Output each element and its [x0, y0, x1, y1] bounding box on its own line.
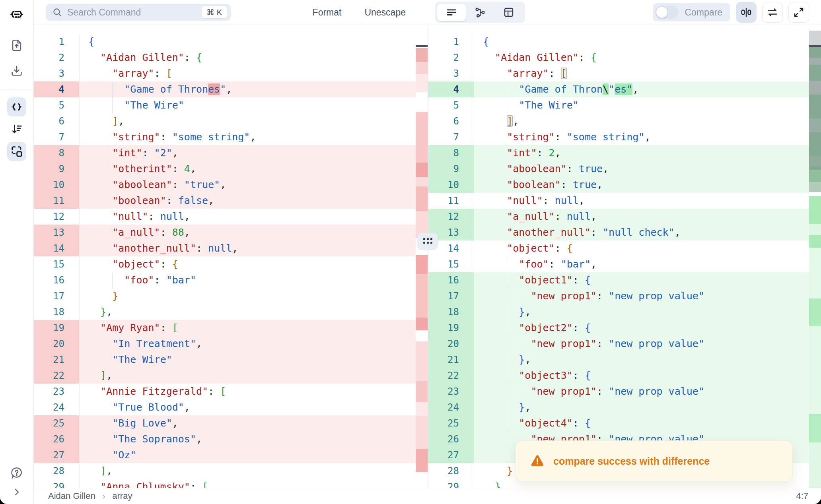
left-code-line[interactable]: 17 }	[34, 288, 428, 304]
left-code-line[interactable]: 20 "In Treatment",	[34, 336, 428, 352]
right-code-line[interactable]: 16 "object1": {	[428, 272, 821, 288]
line-number: 10	[428, 177, 474, 193]
line-number: 7	[428, 129, 474, 145]
split-resize-handle[interactable]	[417, 233, 438, 249]
sort-button[interactable]	[7, 120, 26, 139]
left-code-line[interactable]: 2 "Aidan Gillen": {	[34, 50, 428, 66]
node-graph-icon	[474, 6, 486, 18]
right-code-line[interactable]: 14 "object": {	[428, 240, 821, 256]
left-code-line[interactable]: 1{	[34, 34, 428, 50]
left-code-line[interactable]: 5 "The Wire"	[34, 97, 428, 113]
left-code-line[interactable]: 18 },	[34, 304, 428, 320]
left-code-line[interactable]: 7 "string": "some string",	[34, 129, 428, 145]
line-number: 15	[34, 256, 80, 272]
right-code-line[interactable]: 5 "The Wire"	[428, 97, 821, 113]
left-code-line[interactable]: 11 "boolean": false,	[34, 193, 428, 209]
left-code-line[interactable]: 23 "Annie Fitzgerald": [	[34, 384, 428, 399]
right-code-line[interactable]: 22 "object3": {	[428, 368, 821, 384]
diff-view-button[interactable]	[736, 2, 757, 23]
right-code-line[interactable]: 24 },	[428, 399, 821, 415]
right-code-line[interactable]: 25 "object4": {	[428, 415, 821, 431]
right-code-line[interactable]: 21 },	[428, 352, 821, 368]
left-code-line[interactable]: 24 "True Blood",	[34, 399, 428, 415]
left-code-line[interactable]: 21 "The Wire"	[34, 352, 428, 368]
right-code-line[interactable]: 4 "Game of Thron\"es",	[428, 81, 821, 97]
left-code-line[interactable]: 16 "foo": "bar"	[34, 272, 428, 288]
left-code-line[interactable]: 22 ],	[34, 368, 428, 384]
right-code-line[interactable]: 13 "another_null": "null check",	[428, 225, 821, 240]
breadcrumb-item-array[interactable]: array	[112, 491, 132, 501]
code-content: "Oz"	[80, 447, 428, 463]
left-code-line[interactable]: 4 "Game of Thrones",	[34, 81, 428, 97]
right-code-line[interactable]: 12 "a_null": null,	[428, 209, 821, 225]
left-code-line[interactable]: 10 "aboolean": "true",	[34, 177, 428, 193]
right-code-line[interactable]: 1{	[428, 34, 821, 50]
left-code-line[interactable]: 13 "a_null": 88,	[34, 225, 428, 240]
line-number: 25	[428, 415, 474, 431]
right-code-line[interactable]: 18 },	[428, 304, 821, 320]
right-code-line[interactable]: 11 "null": null,	[428, 193, 821, 209]
right-editor[interactable]: 1{2 "Aidan Gillen": {3 "array": [4 "Game…	[428, 25, 821, 488]
download-icon	[10, 64, 23, 78]
left-code-line[interactable]: 12 "null": null,	[34, 209, 428, 225]
collapse-sidebar-button[interactable]	[7, 483, 26, 502]
fullscreen-button[interactable]	[788, 2, 809, 23]
right-code-line[interactable]: 3 "array": [	[428, 66, 821, 81]
right-code-line[interactable]: 2 "Aidan Gillen": {	[428, 50, 821, 66]
left-code-line[interactable]: 8 "int": "2",	[34, 145, 428, 161]
download-button[interactable]	[7, 61, 26, 80]
breadcrumb-item-root[interactable]: Aidan Gillen	[48, 491, 95, 501]
left-code-line[interactable]: 27 "Oz"	[34, 447, 428, 463]
right-code-line[interactable]: 8 "int": 2,	[428, 145, 821, 161]
right-code-line[interactable]: 10 "boolean": true,	[428, 177, 821, 193]
left-code-line[interactable]: 14 "another_null": null,	[34, 240, 428, 256]
left-code-line[interactable]: 15 "object": {	[34, 256, 428, 272]
table-view-tab[interactable]	[494, 4, 523, 21]
toast-message: compare success with difference	[553, 456, 710, 467]
graph-view-tab[interactable]	[466, 4, 494, 21]
cursor-position: 4:7	[796, 491, 808, 501]
help-button[interactable]	[7, 463, 26, 483]
unescape-button[interactable]: Unescape	[364, 7, 406, 18]
compare-nodes-button[interactable]	[7, 142, 26, 161]
line-number: 24	[34, 399, 80, 415]
left-code-line[interactable]: 26 "The Sopranos",	[34, 431, 428, 447]
right-code-line[interactable]: 9 "aboolean": true,	[428, 161, 821, 177]
format-button[interactable]: Format	[313, 7, 342, 18]
code-content: },	[474, 304, 821, 320]
left-code-line[interactable]: 3 "array": [	[34, 66, 428, 81]
left-code-line[interactable]: 9 "otherint": 4,	[34, 161, 428, 177]
right-code-line[interactable]: 17 "new prop1": "new prop value"	[428, 288, 821, 304]
left-diff-overview-ruler[interactable]	[416, 25, 428, 488]
search-input[interactable]: Search Command ⌘ K	[46, 4, 231, 21]
line-number: 15	[428, 256, 474, 272]
code-content: "null": null,	[474, 193, 821, 209]
code-content: ],	[80, 368, 428, 384]
left-code-line[interactable]: 29 "Anna Chlumsky": [	[34, 479, 428, 488]
right-code-line[interactable]: 20 "new prop1": "new prop value"	[428, 336, 821, 352]
toast-notification[interactable]: compare success with difference	[516, 440, 793, 482]
code-content: },	[80, 304, 428, 320]
line-number: 4	[428, 81, 474, 97]
swap-sides-button[interactable]	[762, 2, 783, 23]
right-code-line[interactable]: 23 "new prop1": "new prop value"	[428, 384, 821, 399]
text-view-tab[interactable]	[437, 4, 466, 21]
right-code-line[interactable]: 15 "foo": "bar",	[428, 256, 821, 272]
search-placeholder: Search Command	[67, 7, 141, 18]
compare-toggle[interactable]	[655, 6, 678, 19]
code-content: "Game of Thron\"es",	[474, 81, 821, 97]
right-code-line[interactable]: 6 ],	[428, 113, 821, 129]
left-code-line[interactable]: 19 "Amy Ryan": [	[34, 320, 428, 336]
json-text-view-button[interactable]	[7, 97, 26, 116]
import-file-button[interactable]	[7, 36, 26, 55]
right-code-line[interactable]: 19 "object2": {	[428, 320, 821, 336]
left-code-line[interactable]: 28 ],	[34, 463, 428, 479]
line-number: 18	[428, 304, 474, 320]
line-number: 27	[428, 447, 474, 463]
code-content: "object4": {	[474, 415, 821, 431]
left-code-line[interactable]: 6 ],	[34, 113, 428, 129]
left-code-line[interactable]: 25 "Big Love",	[34, 415, 428, 431]
left-editor[interactable]: 1{2 "Aidan Gillen": {3 "array": [4 "Game…	[34, 25, 428, 488]
right-diff-overview-ruler[interactable]	[809, 25, 821, 488]
right-code-line[interactable]: 7 "string": "some string",	[428, 129, 821, 145]
